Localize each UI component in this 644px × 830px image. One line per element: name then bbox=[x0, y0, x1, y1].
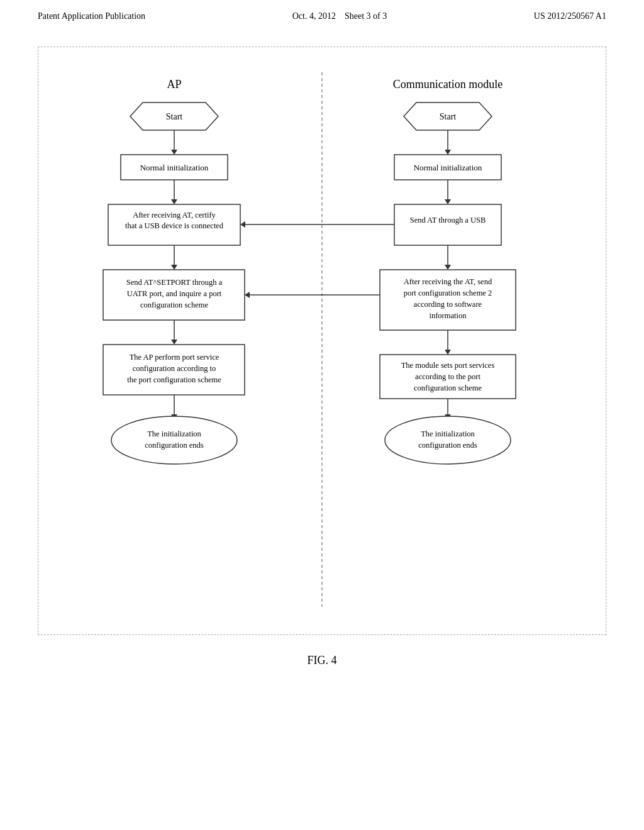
ap-init-ends-line2: configuration ends bbox=[145, 441, 204, 450]
comm-arrow-3-head bbox=[445, 265, 451, 270]
page-header: Patent Application Publication Oct. 4, 2… bbox=[0, 0, 644, 28]
h-arrow-2-head bbox=[245, 292, 250, 298]
comm-normal-init-label: Normal initialization bbox=[414, 163, 482, 172]
comm-init-ends-line2: configuration ends bbox=[418, 441, 477, 450]
comm-start-label: Start bbox=[440, 112, 457, 121]
comm-port-line1: The module sets port services bbox=[401, 361, 495, 370]
figure-caption: FIG. 4 bbox=[0, 654, 644, 667]
ap-arrow-3-head bbox=[171, 265, 177, 270]
ap-arrow-4-head bbox=[171, 340, 177, 345]
comm-arrow-1-head bbox=[445, 150, 451, 155]
h-arrow-1-head bbox=[240, 221, 245, 228]
comm-arrow-4-head bbox=[445, 350, 451, 355]
comm-recv-line2: port configuration scheme 2 bbox=[404, 289, 492, 297]
ap-arrow-1-head bbox=[171, 150, 177, 155]
comm-recv-line1: After receiving the AT, send bbox=[404, 277, 492, 286]
fig-label: FIG. 4 bbox=[307, 654, 336, 667]
header-left: Patent Application Publication bbox=[38, 11, 145, 21]
ap-setport-line2: UATR port, and inquire a port bbox=[127, 289, 222, 298]
flowchart-svg: AP Communication module Start Normal ini… bbox=[51, 66, 593, 613]
ap-init-ends-oval bbox=[111, 416, 237, 464]
ap-setport-line1: Send AT^SETPORT through a bbox=[126, 278, 223, 287]
ap-recv-at-line1: After receiving AT, certify bbox=[133, 211, 216, 219]
comm-recv-line4: information bbox=[429, 311, 467, 320]
ap-port-line3: the port configuration scheme bbox=[127, 375, 221, 384]
ap-setport-line3: configuration scheme bbox=[140, 301, 208, 309]
comm-port-line2: according to the port bbox=[415, 372, 480, 381]
ap-arrow-2-head bbox=[171, 199, 177, 204]
ap-start-label: Start bbox=[166, 112, 183, 121]
ap-recv-at-line2: that a USB device is connected bbox=[125, 221, 224, 230]
comm-port-line3: configuration scheme bbox=[414, 384, 482, 392]
header-patent: US 2012/250567 A1 bbox=[534, 11, 606, 21]
header-center: Oct. 4, 2012 Sheet 3 of 3 bbox=[292, 11, 387, 21]
ap-init-ends-line1: The initialization bbox=[147, 429, 201, 438]
diagram-area: AP Communication module Start Normal ini… bbox=[38, 47, 606, 635]
ap-normal-init-label: Normal initialization bbox=[140, 163, 209, 172]
ap-title: AP bbox=[167, 78, 181, 91]
comm-send-at-line1: Send AT through a USB bbox=[410, 216, 486, 224]
comm-arrow-2-head bbox=[445, 199, 451, 204]
ap-port-line2: configuration according to bbox=[133, 364, 216, 373]
comm-init-ends-line1: The initialization bbox=[421, 429, 475, 438]
comm-send-at-rect bbox=[394, 204, 501, 245]
comm-init-ends-oval bbox=[385, 416, 511, 464]
comm-recv-line3: according to software bbox=[414, 300, 482, 309]
comm-module-title: Communication module bbox=[393, 78, 502, 91]
ap-port-line1: The AP perform port service bbox=[130, 353, 219, 362]
